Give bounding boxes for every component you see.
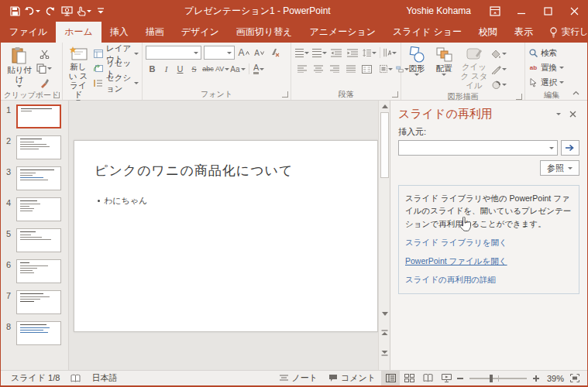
zoom-in-button[interactable] — [531, 371, 541, 385]
learn-more-reuse-link[interactable]: スライドの再利用の詳細 — [405, 275, 573, 286]
bullets-button[interactable] — [295, 46, 309, 60]
font-name-combo[interactable] — [146, 46, 201, 60]
tab-home[interactable]: ホーム — [56, 22, 101, 43]
drawing-dialog-launcher[interactable] — [516, 94, 522, 100]
bold-button[interactable]: B — [146, 63, 159, 76]
browse-button[interactable]: 参照 — [540, 160, 579, 176]
close-button[interactable] — [561, 0, 587, 22]
open-powerpoint-file-link[interactable]: PowerPoint ファイルを開く — [405, 256, 573, 267]
grow-font-button[interactable]: A — [237, 46, 250, 60]
text-direction-button[interactable] — [383, 46, 397, 60]
undo-button[interactable] — [24, 2, 40, 19]
scroll-down-button[interactable] — [379, 308, 390, 319]
font-dialog-launcher[interactable] — [282, 91, 288, 98]
line-spacing-button[interactable] — [363, 46, 377, 60]
shapes-button[interactable]: 図形 — [403, 44, 431, 76]
go-button[interactable] — [561, 140, 579, 156]
align-text-button[interactable] — [380, 63, 393, 76]
tab-review[interactable]: 校閲 — [470, 22, 506, 43]
decrease-indent-button[interactable] — [330, 46, 343, 60]
zoom-out-button[interactable] — [456, 371, 465, 385]
slide-sorter-view-button[interactable] — [400, 371, 418, 385]
spellcheck-button[interactable] — [65, 371, 86, 385]
font-size-combo[interactable] — [204, 46, 235, 60]
shape-fill-button[interactable] — [491, 47, 507, 60]
shape-outline-button[interactable] — [491, 63, 507, 76]
slide-thumbnail-1[interactable]: 1 — [1, 104, 68, 135]
new-slide-button[interactable]: 新しい スライド — [64, 44, 92, 102]
notes-button[interactable]: ノート — [274, 371, 323, 385]
save-button[interactable] — [7, 2, 22, 19]
arrange-button[interactable]: 配置 — [431, 44, 457, 76]
quick-styles-button[interactable]: クイック スタイル — [457, 44, 491, 90]
slide-thumbnail-6[interactable]: 6 — [1, 259, 68, 290]
clear-formatting-button[interactable] — [268, 46, 281, 60]
italic-button[interactable]: I — [160, 63, 173, 76]
pane-close-button[interactable] — [566, 108, 579, 121]
character-spacing-button[interactable]: AV — [215, 63, 229, 76]
collapse-ribbon-button[interactable] — [573, 91, 579, 95]
slide-thumbnail-3[interactable]: 3 — [1, 166, 68, 197]
tab-transitions[interactable]: 画面切り替え — [228, 22, 301, 43]
strikethrough-button[interactable]: S — [187, 63, 201, 76]
cut-button[interactable] — [36, 47, 52, 60]
align-center-button[interactable] — [311, 63, 325, 76]
open-slide-library-link[interactable]: スライド ライブラリを開く — [405, 238, 573, 248]
paragraph-dialog-launcher[interactable] — [392, 91, 398, 98]
shrink-font-button[interactable]: A — [253, 46, 266, 60]
align-left-button[interactable] — [295, 63, 308, 76]
paste-button[interactable]: 貼り付け — [2, 44, 36, 87]
align-right-button[interactable] — [328, 63, 341, 76]
slide-thumbnail-2[interactable]: 2 — [1, 135, 68, 166]
font-color-button[interactable]: A — [253, 63, 266, 76]
start-slideshow-button[interactable] — [59, 2, 74, 19]
format-painter-button[interactable] — [36, 77, 52, 90]
section-button[interactable]: セクション — [92, 76, 140, 91]
insert-from-combo[interactable] — [398, 140, 558, 156]
tab-animations[interactable]: アニメーション — [301, 22, 384, 43]
slide-thumbnail-7[interactable]: 7 — [1, 290, 68, 321]
scrollbar-thumb[interactable] — [380, 112, 389, 178]
touch-mode-button[interactable] — [76, 2, 91, 19]
zoom-level[interactable]: 39% — [541, 374, 567, 383]
tab-insert[interactable]: 挿入 — [101, 22, 137, 43]
strikethrough-abc-button[interactable]: abc — [201, 63, 215, 76]
slide-bullet-item[interactable]: わにちゃん — [98, 195, 147, 207]
redo-button[interactable] — [42, 2, 57, 19]
tab-draw[interactable]: 描画 — [137, 22, 173, 43]
replace-button[interactable]: ab 置換 — [527, 60, 576, 75]
language-indicator[interactable]: 日本語 — [86, 371, 122, 385]
justify-button[interactable] — [344, 63, 357, 76]
clipboard-dialog-launcher[interactable] — [53, 92, 60, 98]
scroll-up-button[interactable] — [379, 101, 390, 111]
slide-thumbnail-5[interactable]: 5 — [1, 228, 68, 259]
select-button[interactable]: 選択 — [527, 75, 576, 90]
insert-from-input[interactable] — [402, 143, 549, 152]
slide-editor-area[interactable]: ピンクのワニの商品化について わにちゃん — [69, 101, 390, 370]
minimize-button[interactable] — [508, 0, 535, 22]
tab-view[interactable]: 表示 — [506, 22, 542, 43]
customize-qat-button[interactable] — [93, 2, 108, 19]
columns-button[interactable] — [360, 63, 373, 76]
slide-canvas[interactable]: ピンクのワニの商品化について わにちゃん — [74, 140, 378, 332]
editor-vertical-scrollbar[interactable] — [378, 101, 390, 370]
tab-file[interactable]: ファイル — [1, 22, 56, 43]
tell-me-box[interactable]: 実行したい作業を入力してください — [542, 22, 588, 43]
maximize-button[interactable] — [535, 0, 561, 22]
pane-options-button[interactable] — [552, 108, 566, 121]
previous-slide-button[interactable] — [379, 328, 390, 339]
shape-effects-button[interactable] — [491, 78, 507, 91]
zoom-slider-thumb[interactable] — [490, 375, 493, 382]
copy-button[interactable] — [36, 62, 52, 75]
ribbon-display-options-button[interactable] — [482, 0, 508, 22]
comments-button[interactable]: コメント — [323, 371, 381, 385]
find-button[interactable]: 検索 — [527, 46, 576, 60]
underline-button[interactable]: U — [174, 63, 187, 76]
slide-title-text[interactable]: ピンクのワニの商品化について — [95, 162, 293, 180]
slide-thumbnail-4[interactable]: 4 — [1, 197, 68, 228]
next-slide-button[interactable] — [379, 347, 390, 358]
tab-design[interactable]: デザイン — [173, 22, 228, 43]
numbering-button[interactable] — [312, 46, 326, 60]
slide-thumbnail-8[interactable]: 8 — [1, 321, 68, 352]
increase-indent-button[interactable] — [346, 46, 359, 60]
